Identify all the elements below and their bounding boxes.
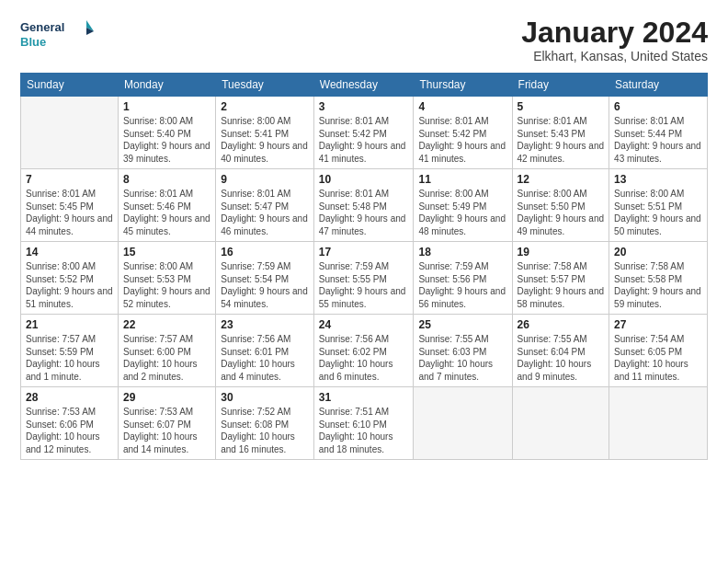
day-number: 13 [614, 173, 702, 186]
main-title: January 2024 [521, 17, 708, 49]
day-number: 20 [614, 246, 702, 259]
day-number: 23 [221, 318, 309, 331]
table-row: 27Sunrise: 7:54 AMSunset: 6:05 PMDayligh… [609, 315, 708, 387]
day-info: Sunrise: 7:54 AMSunset: 6:05 PMDaylight:… [614, 333, 702, 383]
day-info: Sunrise: 7:57 AMSunset: 6:00 PMDaylight:… [123, 333, 210, 383]
day-info: Sunrise: 7:51 AMSunset: 6:10 PMDaylight:… [319, 406, 409, 455]
table-row: 15Sunrise: 8:00 AMSunset: 5:53 PMDayligh… [119, 242, 216, 315]
day-number: 24 [319, 318, 409, 331]
header: General Blue January 2024 Elkhart, Kansa… [20, 17, 708, 63]
day-number: 19 [518, 246, 605, 259]
logo: General Blue [20, 17, 94, 55]
table-row: 4Sunrise: 8:01 AMSunset: 5:42 PMDaylight… [414, 97, 512, 169]
table-row: 30Sunrise: 7:52 AMSunset: 6:08 PMDayligh… [216, 387, 314, 460]
table-row: 12Sunrise: 8:00 AMSunset: 5:50 PMDayligh… [512, 169, 609, 242]
table-row: 18Sunrise: 7:59 AMSunset: 5:56 PMDayligh… [414, 242, 512, 315]
day-info: Sunrise: 7:55 AMSunset: 6:03 PMDaylight:… [418, 333, 506, 383]
day-info: Sunrise: 7:56 AMSunset: 6:02 PMDaylight:… [319, 333, 409, 383]
calendar-week-row: 1Sunrise: 8:00 AMSunset: 5:40 PMDaylight… [21, 97, 708, 169]
table-row: 13Sunrise: 8:00 AMSunset: 5:51 PMDayligh… [609, 169, 708, 242]
day-info: Sunrise: 8:01 AMSunset: 5:47 PMDaylight:… [221, 188, 309, 237]
table-row: 24Sunrise: 7:56 AMSunset: 6:02 PMDayligh… [313, 315, 414, 387]
col-wednesday: Wednesday [313, 74, 414, 97]
page: General Blue January 2024 Elkhart, Kansa… [0, 0, 728, 563]
svg-text:General: General [20, 20, 64, 34]
day-number: 3 [319, 100, 409, 113]
calendar-week-row: 14Sunrise: 8:00 AMSunset: 5:52 PMDayligh… [21, 242, 708, 315]
day-info: Sunrise: 7:57 AMSunset: 5:59 PMDaylight:… [26, 333, 113, 383]
day-number: 9 [221, 173, 309, 186]
day-info: Sunrise: 8:01 AMSunset: 5:42 PMDaylight:… [319, 115, 409, 165]
day-number: 17 [319, 246, 409, 259]
day-number: 12 [518, 173, 605, 186]
table-row: 23Sunrise: 7:56 AMSunset: 6:01 PMDayligh… [216, 315, 314, 387]
day-number: 30 [221, 391, 309, 404]
table-row: 17Sunrise: 7:59 AMSunset: 5:55 PMDayligh… [313, 242, 414, 315]
subtitle: Elkhart, Kansas, United States [521, 49, 708, 63]
day-number: 2 [221, 100, 309, 113]
calendar-week-row: 7Sunrise: 8:01 AMSunset: 5:45 PMDaylight… [21, 169, 708, 242]
col-monday: Monday [119, 74, 216, 97]
table-row: 21Sunrise: 7:57 AMSunset: 5:59 PMDayligh… [21, 315, 119, 387]
table-row: 8Sunrise: 8:01 AMSunset: 5:46 PMDaylight… [119, 169, 216, 242]
table-row: 31Sunrise: 7:51 AMSunset: 6:10 PMDayligh… [313, 387, 414, 460]
table-row: 6Sunrise: 8:01 AMSunset: 5:44 PMDaylight… [609, 97, 708, 169]
day-number: 28 [26, 391, 113, 404]
day-info: Sunrise: 8:00 AMSunset: 5:49 PMDaylight:… [418, 188, 506, 237]
day-number: 31 [319, 391, 409, 404]
col-sunday: Sunday [21, 74, 119, 97]
col-thursday: Thursday [414, 74, 512, 97]
day-number: 27 [614, 318, 702, 331]
logo-svg: General Blue [20, 17, 94, 55]
table-row: 19Sunrise: 7:58 AMSunset: 5:57 PMDayligh… [512, 242, 609, 315]
svg-text:Blue: Blue [20, 35, 46, 49]
col-saturday: Saturday [609, 74, 708, 97]
day-info: Sunrise: 8:01 AMSunset: 5:48 PMDaylight:… [319, 188, 409, 237]
table-row [414, 387, 512, 460]
calendar-header-row: Sunday Monday Tuesday Wednesday Thursday… [21, 74, 708, 97]
day-info: Sunrise: 7:58 AMSunset: 5:58 PMDaylight:… [614, 260, 702, 310]
day-info: Sunrise: 8:01 AMSunset: 5:46 PMDaylight:… [123, 188, 210, 237]
table-row [609, 387, 708, 460]
day-info: Sunrise: 8:00 AMSunset: 5:52 PMDaylight:… [26, 260, 113, 310]
day-number: 16 [221, 246, 309, 259]
table-row: 20Sunrise: 7:58 AMSunset: 5:58 PMDayligh… [609, 242, 708, 315]
day-info: Sunrise: 7:56 AMSunset: 6:01 PMDaylight:… [221, 333, 309, 383]
day-number: 22 [123, 318, 210, 331]
day-info: Sunrise: 8:00 AMSunset: 5:40 PMDaylight:… [123, 115, 210, 165]
day-info: Sunrise: 8:00 AMSunset: 5:53 PMDaylight:… [123, 260, 210, 310]
day-number: 18 [418, 246, 506, 259]
table-row: 1Sunrise: 8:00 AMSunset: 5:40 PMDaylight… [119, 97, 216, 169]
day-number: 6 [614, 100, 702, 113]
day-info: Sunrise: 7:53 AMSunset: 6:07 PMDaylight:… [123, 406, 210, 455]
col-friday: Friday [512, 74, 609, 97]
day-info: Sunrise: 8:01 AMSunset: 5:42 PMDaylight:… [418, 115, 506, 165]
day-number: 29 [123, 391, 210, 404]
day-number: 4 [418, 100, 506, 113]
day-info: Sunrise: 7:59 AMSunset: 5:54 PMDaylight:… [221, 260, 309, 310]
day-number: 11 [418, 173, 506, 186]
table-row: 14Sunrise: 8:00 AMSunset: 5:52 PMDayligh… [21, 242, 119, 315]
day-number: 5 [518, 100, 605, 113]
day-number: 14 [26, 246, 113, 259]
day-info: Sunrise: 8:00 AMSunset: 5:50 PMDaylight:… [518, 188, 605, 237]
day-number: 21 [26, 318, 113, 331]
day-number: 26 [518, 318, 605, 331]
table-row: 22Sunrise: 7:57 AMSunset: 6:00 PMDayligh… [119, 315, 216, 387]
table-row [512, 387, 609, 460]
day-info: Sunrise: 7:52 AMSunset: 6:08 PMDaylight:… [221, 406, 309, 455]
day-number: 1 [123, 100, 210, 113]
table-row: 3Sunrise: 8:01 AMSunset: 5:42 PMDaylight… [313, 97, 414, 169]
day-info: Sunrise: 7:55 AMSunset: 6:04 PMDaylight:… [518, 333, 605, 383]
table-row: 7Sunrise: 8:01 AMSunset: 5:45 PMDaylight… [21, 169, 119, 242]
day-info: Sunrise: 7:59 AMSunset: 5:55 PMDaylight:… [319, 260, 409, 310]
day-info: Sunrise: 7:59 AMSunset: 5:56 PMDaylight:… [418, 260, 506, 310]
table-row: 2Sunrise: 8:00 AMSunset: 5:41 PMDaylight… [216, 97, 314, 169]
day-number: 15 [123, 246, 210, 259]
table-row: 5Sunrise: 8:01 AMSunset: 5:43 PMDaylight… [512, 97, 609, 169]
table-row: 25Sunrise: 7:55 AMSunset: 6:03 PMDayligh… [414, 315, 512, 387]
calendar-week-row: 21Sunrise: 7:57 AMSunset: 5:59 PMDayligh… [21, 315, 708, 387]
day-info: Sunrise: 8:01 AMSunset: 5:44 PMDaylight:… [614, 115, 702, 165]
col-tuesday: Tuesday [216, 74, 314, 97]
day-info: Sunrise: 7:53 AMSunset: 6:06 PMDaylight:… [26, 406, 113, 455]
